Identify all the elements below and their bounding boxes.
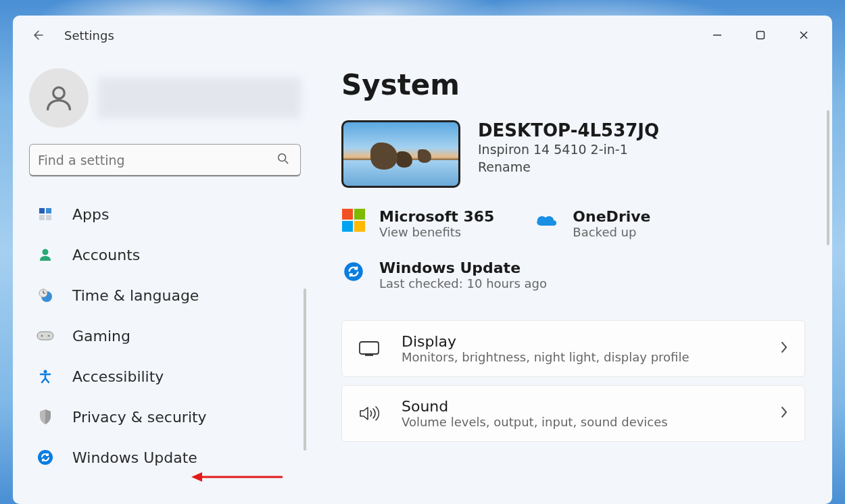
onedrive-icon: [535, 208, 559, 232]
update-icon: [341, 259, 366, 284]
status-sub: Last checked: 10 hours ago: [379, 276, 547, 291]
sidebar-item-time-language[interactable]: Time & language: [36, 282, 301, 309]
sidebar-item-label: Time & language: [72, 287, 199, 304]
accessibility-icon: [36, 367, 55, 386]
avatar: [29, 68, 89, 128]
svg-point-15: [41, 335, 43, 337]
accounts-icon: [36, 245, 55, 264]
svg-rect-14: [37, 332, 53, 340]
sidebar-item-label: Accounts: [72, 247, 140, 263]
microsoft-logo-icon: [341, 208, 366, 232]
settings-window: Settings: [13, 16, 832, 504]
svg-rect-6: [46, 208, 51, 213]
gaming-icon: [36, 326, 55, 345]
user-section[interactable]: [29, 68, 301, 128]
svg-point-16: [48, 335, 50, 337]
card-sound[interactable]: Sound Volume levels, output, input, soun…: [341, 385, 805, 442]
device-row: DESKTOP-4L537JQ Inspiron 14 5410 2-in-1 …: [341, 120, 805, 188]
sidebar-item-label: Gaming: [72, 328, 130, 345]
sidebar-item-label: Accessibility: [72, 368, 164, 385]
svg-rect-8: [46, 215, 51, 220]
card-display[interactable]: Display Monitors, brightness, night ligh…: [341, 320, 805, 377]
svg-rect-7: [39, 215, 45, 220]
user-info-redacted: [98, 78, 301, 118]
minimize-button[interactable]: [704, 22, 731, 49]
sidebar: Apps Accounts Time & language: [13, 55, 317, 504]
status-windows-update[interactable]: Windows Update Last checked: 10 hours ag…: [341, 259, 805, 291]
apps-icon: [36, 205, 55, 224]
titlebar: Settings: [13, 16, 832, 55]
rename-link[interactable]: Rename: [478, 159, 659, 174]
svg-point-2: [53, 87, 65, 99]
svg-point-9: [43, 249, 49, 255]
sidebar-scrollbar[interactable]: [304, 288, 306, 451]
card-sub: Volume levels, output, input, sound devi…: [402, 415, 758, 429]
status-title: Microsoft 365: [379, 208, 494, 225]
status-title: OneDrive: [573, 208, 650, 225]
device-thumbnail[interactable]: [341, 120, 460, 188]
svg-point-3: [279, 153, 286, 161]
sidebar-item-apps[interactable]: Apps: [36, 201, 301, 228]
search-icon: [277, 153, 289, 168]
sidebar-item-label: Privacy & security: [72, 409, 207, 426]
search-box[interactable]: [29, 144, 301, 176]
device-name: DESKTOP-4L537JQ: [478, 120, 659, 141]
svg-point-17: [44, 370, 47, 374]
time-language-icon: [36, 286, 55, 305]
shield-icon: [36, 407, 55, 426]
main-scrollbar[interactable]: [827, 110, 829, 245]
sidebar-item-gaming[interactable]: Gaming: [36, 322, 301, 349]
back-button[interactable]: [29, 27, 45, 43]
sound-icon: [358, 403, 380, 424]
search-input[interactable]: [38, 153, 277, 168]
sidebar-item-label: Apps: [72, 206, 109, 223]
nav-list: Apps Accounts Time & language: [29, 201, 301, 471]
main-panel: System DESKTOP-4L537JQ Inspiron 14 5410 …: [317, 55, 832, 504]
sidebar-item-windows-update[interactable]: Windows Update: [36, 444, 301, 471]
card-title: Sound: [402, 398, 758, 415]
close-button[interactable]: [790, 22, 817, 49]
status-sub: Backed up: [573, 225, 650, 239]
card-sub: Monitors, brightness, night light, displ…: [402, 350, 758, 364]
svg-rect-20: [360, 342, 379, 354]
chevron-right-icon: [780, 341, 788, 356]
page-title: System: [341, 68, 805, 101]
card-title: Display: [402, 333, 758, 350]
sidebar-item-accessibility[interactable]: Accessibility: [36, 363, 301, 390]
status-m365[interactable]: Microsoft 365 View benefits: [341, 208, 494, 239]
display-icon: [358, 338, 380, 359]
svg-rect-5: [39, 208, 45, 213]
sidebar-item-accounts[interactable]: Accounts: [36, 241, 301, 268]
sidebar-item-privacy-security[interactable]: Privacy & security: [36, 403, 301, 430]
status-title: Windows Update: [379, 259, 547, 276]
status-sub: View benefits: [379, 225, 494, 239]
svg-rect-1: [757, 32, 765, 39]
windows-update-icon: [36, 448, 55, 467]
sidebar-item-label: Windows Update: [72, 449, 197, 466]
maximize-button[interactable]: [747, 22, 774, 49]
device-model: Inspiron 14 5410 2-in-1: [478, 142, 659, 157]
chevron-right-icon: [780, 406, 788, 421]
svg-point-19: [344, 262, 363, 281]
svg-point-18: [38, 450, 53, 465]
window-title: Settings: [64, 28, 114, 43]
status-onedrive[interactable]: OneDrive Backed up: [535, 208, 650, 239]
svg-line-4: [285, 160, 289, 163]
